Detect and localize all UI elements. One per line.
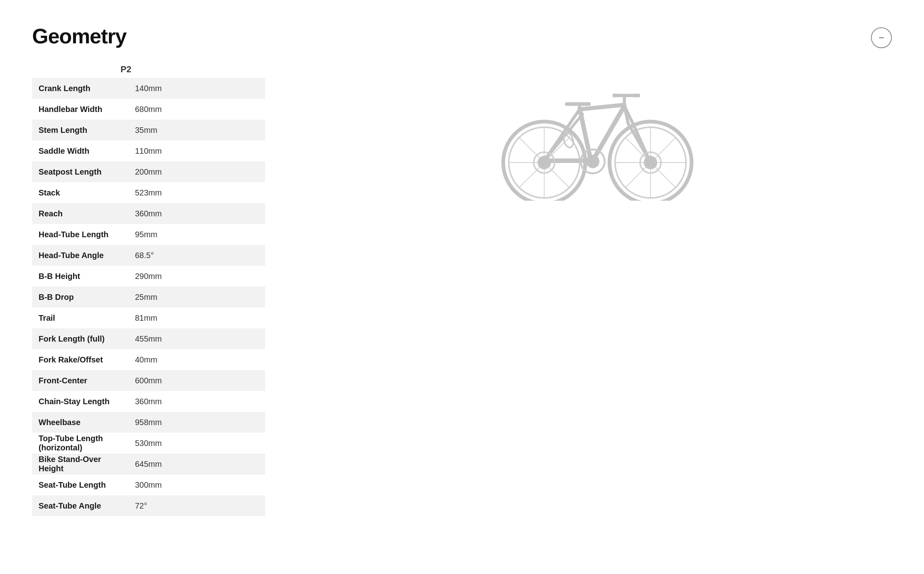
table-row: Fork Length (full)455mm xyxy=(32,328,265,349)
row-value: 290mm xyxy=(129,266,265,287)
page-title: Geometry xyxy=(32,24,127,48)
row-value: 35mm xyxy=(129,120,265,140)
row-label: Chain-Stay Length xyxy=(32,391,129,412)
row-value: 25mm xyxy=(129,287,265,307)
row-label: Head-Tube Angle xyxy=(32,245,129,266)
table-row: Fork Rake/Offset40mm xyxy=(32,349,265,370)
table-row: Handlebar Width680mm xyxy=(32,99,265,120)
row-value: 530mm xyxy=(129,433,265,454)
table-row: Crank Length140mm xyxy=(32,78,265,99)
row-label: Handlebar Width xyxy=(32,99,129,120)
table-row: Reach360mm xyxy=(32,203,265,224)
row-label: Head-Tube Length xyxy=(32,224,129,245)
row-label: Top-Tube Length (horizontal) xyxy=(32,433,129,454)
svg-line-28 xyxy=(624,106,628,124)
row-label: Reach xyxy=(32,203,129,224)
row-value: 645mm xyxy=(129,454,265,474)
table-row: Stem Length35mm xyxy=(32,120,265,140)
table-row: Front-Center600mm xyxy=(32,370,265,391)
row-value: 110mm xyxy=(129,140,265,161)
table-row: Head-Tube Length95mm xyxy=(32,224,265,245)
row-label: Front-Center xyxy=(32,370,129,391)
geometry-table: Crank Length140mmHandlebar Width680mmSte… xyxy=(32,78,265,516)
page-header: Geometry − xyxy=(32,24,892,48)
table-row: Bike Stand-Over Height645mm xyxy=(32,454,265,474)
bike-image-section xyxy=(297,64,892,516)
svg-point-32 xyxy=(586,155,599,168)
row-label: Seat-Tube Length xyxy=(32,474,129,495)
table-row: Trail81mm xyxy=(32,307,265,328)
row-label: Stem Length xyxy=(32,120,129,140)
bike-diagram xyxy=(490,72,699,201)
table-row: Wheelbase958mm xyxy=(32,412,265,433)
row-value: 680mm xyxy=(129,99,265,120)
table-row: Seatpost Length200mm xyxy=(32,161,265,182)
column-header-row: P2 xyxy=(32,64,265,75)
row-value: 360mm xyxy=(129,391,265,412)
row-value: 72° xyxy=(129,495,265,516)
row-value: 140mm xyxy=(129,78,265,99)
row-label: Stack xyxy=(32,182,129,203)
row-value: 40mm xyxy=(129,349,265,370)
table-row: B-B Height290mm xyxy=(32,266,265,287)
row-label: Trail xyxy=(32,307,129,328)
svg-rect-38 xyxy=(613,94,619,97)
row-value: 958mm xyxy=(129,412,265,433)
close-button[interactable]: − xyxy=(871,27,892,48)
row-label: Seat-Tube Angle xyxy=(32,495,129,516)
table-row: Seat-Tube Length300mm xyxy=(32,474,265,495)
row-label: Wheelbase xyxy=(32,412,129,433)
row-label: Saddle Width xyxy=(32,140,129,161)
row-value: 455mm xyxy=(129,328,265,349)
main-content: P2 Crank Length140mmHandlebar Width680mm… xyxy=(32,64,892,516)
svg-rect-34 xyxy=(565,102,591,106)
row-value: 68.5° xyxy=(129,245,265,266)
table-row: Seat-Tube Angle72° xyxy=(32,495,265,516)
table-row: Stack523mm xyxy=(32,182,265,203)
svg-rect-39 xyxy=(634,94,640,97)
table-row: Chain-Stay Length360mm xyxy=(32,391,265,412)
table-row: Head-Tube Angle68.5° xyxy=(32,245,265,266)
row-label: Fork Rake/Offset xyxy=(32,349,129,370)
table-section: P2 Crank Length140mmHandlebar Width680mm… xyxy=(32,64,265,516)
row-value: 81mm xyxy=(129,307,265,328)
table-row: Saddle Width110mm xyxy=(32,140,265,161)
row-value: 95mm xyxy=(129,224,265,245)
table-row: B-B Drop25mm xyxy=(32,287,265,307)
row-label: Seatpost Length xyxy=(32,161,129,182)
row-value: 200mm xyxy=(129,161,265,182)
row-label: B-B Height xyxy=(32,266,129,287)
row-value: 523mm xyxy=(129,182,265,203)
row-value: 600mm xyxy=(129,370,265,391)
column-header-p2: P2 xyxy=(121,64,185,75)
table-row: Top-Tube Length (horizontal)530mm xyxy=(32,433,265,454)
row-label: Fork Length (full) xyxy=(32,328,129,349)
row-label: B-B Drop xyxy=(32,287,129,307)
row-label: Bike Stand-Over Height xyxy=(32,454,129,474)
row-value: 360mm xyxy=(129,203,265,224)
row-value: 300mm xyxy=(129,474,265,495)
row-label: Crank Length xyxy=(32,78,129,99)
